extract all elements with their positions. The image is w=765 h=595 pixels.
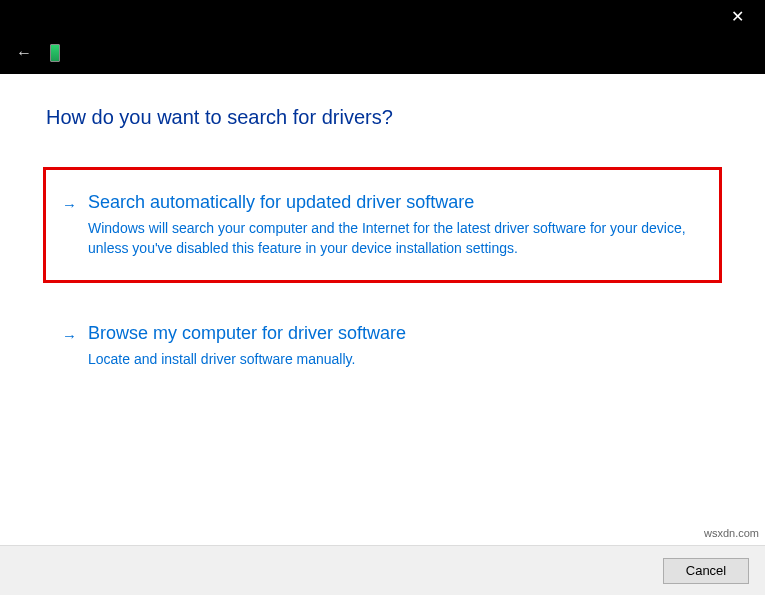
footer: Cancel bbox=[0, 545, 765, 595]
option-title: Search automatically for updated driver … bbox=[88, 192, 695, 213]
back-icon[interactable]: ← bbox=[16, 44, 32, 62]
option-description: Windows will search your computer and th… bbox=[88, 219, 695, 258]
watermark: wsxdn.com bbox=[704, 527, 759, 539]
spacer bbox=[46, 283, 719, 301]
option-search-automatically[interactable]: → Search automatically for updated drive… bbox=[43, 167, 722, 283]
device-icon bbox=[50, 44, 60, 62]
content-area: How do you want to search for drivers? →… bbox=[0, 74, 765, 392]
page-title: How do you want to search for drivers? bbox=[46, 106, 719, 129]
arrow-right-icon: → bbox=[62, 327, 77, 344]
titlebar: ✕ bbox=[0, 0, 765, 32]
option-browse-computer[interactable]: → Browse my computer for driver software… bbox=[46, 301, 719, 392]
cancel-button[interactable]: Cancel bbox=[663, 558, 749, 584]
close-icon[interactable]: ✕ bbox=[727, 7, 747, 26]
arrow-right-icon: → bbox=[62, 196, 77, 213]
option-title: Browse my computer for driver software bbox=[88, 323, 695, 344]
option-description: Locate and install driver software manua… bbox=[88, 350, 695, 370]
navbar: ← bbox=[0, 32, 765, 74]
